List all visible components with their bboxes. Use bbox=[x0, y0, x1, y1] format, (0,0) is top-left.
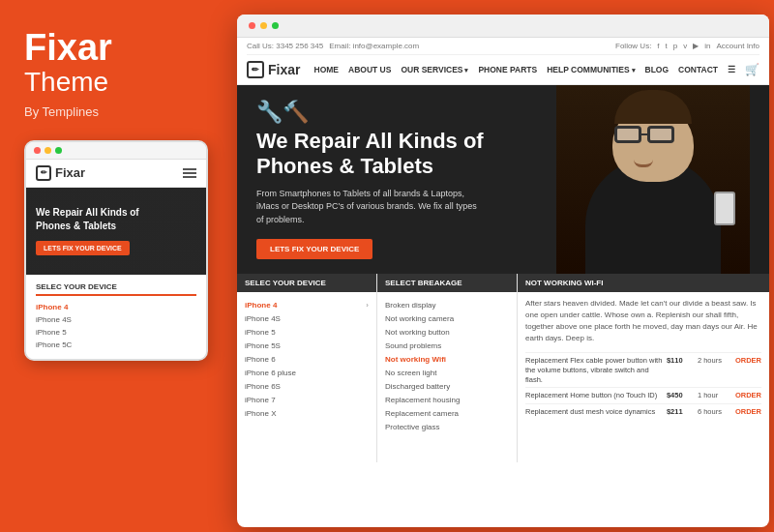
breakage-battery[interactable]: Discharged battery bbox=[385, 379, 509, 393]
left-panel: Fixar Theme By Templines ✏ Fixar We Repa… bbox=[0, 0, 240, 532]
nav-call: Call Us: 3345 256 345 bbox=[247, 42, 323, 50]
device-section: SELEC YOUR DEVICE iPhone 4 › iPhone 4S i… bbox=[237, 274, 377, 462]
breakage-section: SELECT BREAKAGE Broken display Not worki… bbox=[377, 274, 518, 462]
wifi-row-3-order[interactable]: ORDER bbox=[735, 407, 761, 416]
brand-subtitle: Theme bbox=[24, 66, 108, 99]
dot-yellow bbox=[45, 147, 51, 154]
breakage-screen-light[interactable]: No screen light bbox=[385, 366, 509, 379]
cart-icon[interactable]: 🛒 bbox=[745, 63, 759, 76]
hero-subtitle: From Smartphones to Tablets of all brand… bbox=[256, 188, 479, 227]
wifi-row-1-desc: Replacement Flex cable power button with… bbox=[525, 356, 663, 384]
hero-cta-button[interactable]: LETS FIX YOUR DEVICE bbox=[256, 239, 372, 259]
mobile-logo-icon: ✏ bbox=[36, 165, 51, 181]
browser-chrome-bar bbox=[237, 15, 769, 38]
wifi-row-1-price: $110 bbox=[667, 356, 694, 365]
wifi-section-header: NOT WORKING WI-FI bbox=[518, 274, 769, 292]
device-item-iphonex[interactable]: iPhone X bbox=[245, 406, 369, 420]
hero-content: 🔧🔨 We Repair All Kinds ofPhones & Tablet… bbox=[256, 100, 750, 259]
wifi-row-2-time: 1 hour bbox=[698, 391, 731, 399]
wifi-row-2-desc: Replacement Home button (no Touch ID) bbox=[525, 391, 663, 400]
nav-home[interactable]: HOME bbox=[314, 65, 340, 74]
hero-section: 🔧🔨 We Repair All Kinds ofPhones & Tablet… bbox=[237, 85, 769, 274]
breakage-replace-camera[interactable]: Replacement camera bbox=[385, 406, 509, 420]
wifi-row-3-time: 6 hours bbox=[698, 407, 731, 416]
device-item-iphone4s[interactable]: iPhone 4S bbox=[245, 311, 369, 325]
mobile-logo: ✏ Fixar bbox=[36, 165, 85, 181]
mobile-device-item[interactable]: iPhone 4 bbox=[36, 301, 196, 313]
wifi-row-1-time: 2 hours bbox=[698, 356, 731, 365]
device-section-header: SELEC YOUR DEVICE bbox=[237, 274, 376, 292]
mobile-device-item[interactable]: iPhone 5 bbox=[36, 326, 196, 339]
brand-by: By Templines bbox=[24, 104, 99, 119]
nav-email: Email: info@example.com bbox=[329, 42, 419, 50]
breakage-glass[interactable]: Protective glass bbox=[385, 420, 509, 433]
hamburger-menu[interactable] bbox=[183, 168, 196, 178]
device-item-iphone5[interactable]: iPhone 5 bbox=[245, 325, 369, 339]
mobile-hero: We Repair All Kinds ofPhones & Tablets L… bbox=[26, 188, 206, 275]
breakage-camera[interactable]: Not working camera bbox=[385, 311, 509, 325]
nav-contact[interactable]: CONTACT bbox=[678, 65, 718, 74]
wifi-row-2-order[interactable]: ORDER bbox=[735, 391, 761, 399]
device-item-iphone5s[interactable]: iPhone 5S bbox=[245, 339, 369, 352]
wifi-description: After stars heaven divided. Made let can… bbox=[525, 298, 761, 344]
nav-parts[interactable]: PHONE PARTS bbox=[478, 65, 537, 74]
breakage-housing[interactable]: Replacement housing bbox=[385, 393, 509, 406]
arrow-icon: › bbox=[366, 301, 369, 310]
nav-help[interactable]: HELP COMMUNITIES bbox=[547, 65, 635, 74]
breakage-section-header: SELECT BREAKAGE bbox=[377, 274, 517, 292]
mobile-device-title: SELEC YOUR DEVICE bbox=[36, 282, 196, 296]
follow-us: Follow Us: bbox=[615, 42, 651, 50]
brand-title: Fixar bbox=[24, 29, 112, 66]
logo-icon: ✏ bbox=[247, 61, 264, 78]
browser-dot-red bbox=[249, 22, 255, 29]
wifi-section: NOT WORKING WI-FI After stars heaven div… bbox=[518, 274, 769, 462]
bottom-sections: SELEC YOUR DEVICE iPhone 4 › iPhone 4S i… bbox=[237, 274, 769, 462]
nav-main-bar: ✏ Fixar HOME ABOUT US OUR SERVICES PHONE… bbox=[247, 55, 759, 84]
wifi-row-2-price: $450 bbox=[667, 391, 694, 399]
social-t[interactable]: t bbox=[666, 42, 668, 50]
website-logo: ✏ Fixar bbox=[247, 61, 300, 78]
social-p[interactable]: p bbox=[673, 42, 677, 50]
breakage-wifi[interactable]: Not working Wifi bbox=[385, 352, 509, 366]
mobile-mockup: ✏ Fixar We Repair All Kinds ofPhones & T… bbox=[24, 140, 208, 361]
dot-red bbox=[34, 147, 41, 154]
social-yt[interactable]: ▶ bbox=[693, 42, 699, 50]
nav-contact-info: Call Us: 3345 256 345 Email: info@exampl… bbox=[247, 42, 419, 50]
device-item-iphone6s[interactable]: iPhone 6S bbox=[245, 379, 369, 393]
wifi-row-1-order[interactable]: ORDER bbox=[735, 356, 761, 365]
device-item-iphone6[interactable]: iPhone 6 bbox=[245, 352, 369, 366]
website-nav: Call Us: 3345 256 345 Email: info@exampl… bbox=[237, 38, 769, 85]
nav-hamburger[interactable]: ☰ bbox=[728, 65, 735, 74]
nav-blog[interactable]: BLOG bbox=[645, 65, 670, 74]
nav-about[interactable]: ABOUT US bbox=[348, 65, 391, 74]
mobile-header: ✏ Fixar bbox=[26, 160, 206, 188]
nav-services[interactable]: OUR SERVICES bbox=[401, 65, 468, 74]
wifi-row-3-desc: Replacement dust mesh voice dynamics bbox=[525, 407, 663, 417]
main-nav-menu: HOME ABOUT US OUR SERVICES PHONE PARTS H… bbox=[314, 63, 759, 76]
hero-wrench-icon: 🔧🔨 bbox=[256, 100, 750, 125]
mobile-cta-button[interactable]: LETS FIX YOUR DEVICE bbox=[36, 241, 130, 255]
browser-dot-green bbox=[272, 22, 279, 29]
wifi-table: Replacement Flex cable power button with… bbox=[525, 352, 761, 420]
wifi-row-1: Replacement Flex cable power button with… bbox=[525, 352, 761, 387]
breakage-broken-display[interactable]: Broken display bbox=[385, 298, 509, 311]
social-f[interactable]: f bbox=[657, 42, 659, 50]
mobile-device-section: SELEC YOUR DEVICE iPhone 4 iPhone 4S iPh… bbox=[26, 275, 206, 359]
social-v[interactable]: v bbox=[683, 42, 687, 50]
mobile-device-item[interactable]: iPhone 4S bbox=[36, 313, 196, 326]
breakage-button[interactable]: Not working button bbox=[385, 325, 509, 339]
device-item-iphone4[interactable]: iPhone 4 › bbox=[245, 298, 369, 311]
account-info[interactable]: Account Info bbox=[717, 42, 759, 50]
wifi-row-2: Replacement Home button (no Touch ID) $4… bbox=[525, 387, 761, 403]
logo-text: Fixar bbox=[268, 62, 300, 77]
device-item-iphone7[interactable]: iPhone 7 bbox=[245, 393, 369, 406]
browser-mockup: Call Us: 3345 256 345 Email: info@exampl… bbox=[237, 15, 769, 527]
hero-title: We Repair All Kinds ofPhones & Tablets bbox=[256, 129, 750, 180]
breakage-sound[interactable]: Sound problems bbox=[385, 339, 509, 352]
wifi-row-3-price: $211 bbox=[667, 407, 694, 416]
device-item-iphone6plus[interactable]: iPhone 6 pluse bbox=[245, 366, 369, 379]
nav-top-bar: Call Us: 3345 256 345 Email: info@exampl… bbox=[247, 38, 759, 55]
mobile-device-item[interactable]: iPhone 5C bbox=[36, 339, 196, 351]
social-in[interactable]: in bbox=[704, 42, 710, 50]
browser-dot-yellow bbox=[260, 22, 267, 29]
